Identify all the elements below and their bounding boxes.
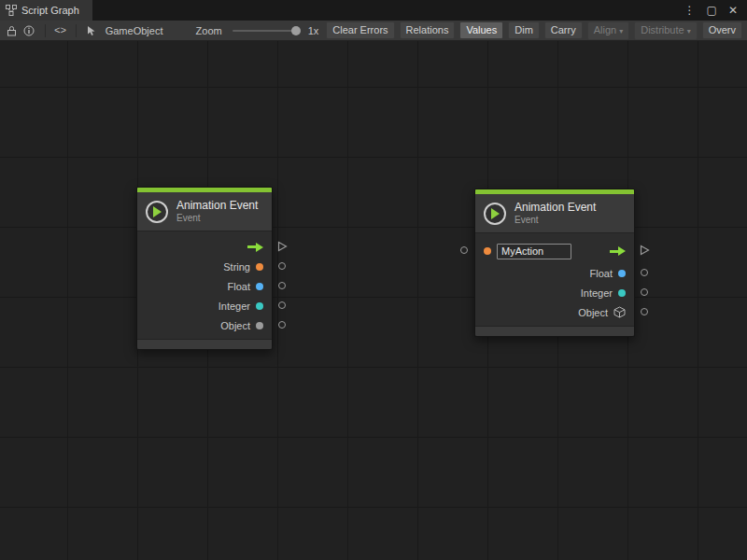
window-tab-bar: Script Graph ⋮ ▢ ✕ [0, 0, 747, 21]
flow-output-port[interactable] [640, 245, 650, 258]
port-label: Object [578, 307, 608, 318]
window-menu-button[interactable]: ⋮ [684, 5, 696, 16]
port-label: Float [590, 268, 613, 279]
code-icon[interactable]: <> [52, 25, 67, 36]
distribute-label: Distribute [641, 24, 684, 35]
zoom-slider[interactable] [233, 30, 298, 32]
integer-type-icon [256, 302, 263, 310]
gameobject-picker-icon[interactable] [83, 25, 98, 36]
toolbar-separator [76, 24, 77, 37]
node-header[interactable]: Animation Event Event [137, 192, 272, 231]
flow-arrow-icon [610, 246, 626, 256]
node-footer [475, 326, 634, 336]
align-label: Align [594, 24, 616, 35]
node-title: Animation Event [514, 201, 596, 214]
dim-button[interactable]: Dim [508, 21, 540, 39]
align-button[interactable]: Align▾ [587, 21, 629, 40]
port-label: Float [228, 281, 250, 292]
tab-title: Script Graph [21, 5, 79, 16]
object-output-port[interactable] [641, 308, 648, 315]
tab-script-graph[interactable]: Script Graph [0, 0, 92, 21]
float-type-icon [256, 283, 263, 290]
action-name-input[interactable] [497, 244, 571, 259]
values-button[interactable]: Values [459, 21, 503, 39]
object-type-icon [256, 322, 263, 329]
distribute-button[interactable]: Distribute▾ [634, 21, 697, 40]
float-output-port[interactable] [641, 269, 648, 276]
overview-button[interactable]: Overv [702, 21, 742, 39]
graph-icon [6, 5, 17, 16]
output-row-float: Float [137, 276, 272, 296]
relations-button[interactable]: Relations [400, 21, 456, 39]
node-footer [137, 339, 272, 349]
info-icon[interactable] [21, 25, 36, 36]
output-row-object: Object [475, 302, 634, 322]
integer-output-port[interactable] [278, 301, 286, 309]
output-row-float: Float [475, 263, 634, 283]
output-row-integer: Integer [137, 296, 272, 315]
toolbar-separator [45, 24, 46, 37]
node-animation-event-1[interactable]: Animation Event Event String Float [136, 187, 273, 350]
gameobject-label: GameObject [106, 25, 163, 36]
flow-arrow-icon [247, 243, 263, 252]
port-label: Integer [218, 301, 250, 312]
zoom-slider-knob[interactable] [291, 26, 301, 35]
lock-icon[interactable] [4, 25, 19, 36]
name-input-row [475, 239, 634, 263]
node-subtitle: Event [514, 215, 596, 226]
integer-type-icon [618, 289, 626, 297]
chevron-down-icon: ▾ [619, 27, 623, 35]
output-row-object: Object [137, 315, 272, 335]
string-type-icon [256, 263, 263, 271]
graph-canvas[interactable]: Animation Event Event String Float [0, 41, 747, 560]
zoom-label: Zoom [196, 25, 222, 36]
clear-errors-button[interactable]: Clear Errors [326, 21, 394, 39]
carry-button[interactable]: Carry [544, 21, 583, 39]
string-output-port[interactable] [278, 262, 286, 270]
node-subtitle: Event [176, 213, 258, 224]
port-label: String [223, 261, 250, 273]
chevron-down-icon: ▾ [687, 27, 691, 35]
flow-output-row [137, 237, 272, 257]
flow-output-port[interactable] [277, 241, 288, 254]
float-output-port[interactable] [278, 282, 286, 289]
event-play-icon [146, 201, 168, 223]
node-body: Float Integer Object [475, 233, 634, 326]
string-type-icon [484, 247, 491, 255]
name-input-port[interactable] [460, 246, 468, 254]
graph-toolbar: <> GameObject Zoom 1x Clear Errors Relat… [0, 21, 747, 41]
node-title: Animation Event [176, 199, 258, 212]
float-type-icon [618, 270, 626, 277]
output-row-string: String [137, 257, 272, 276]
port-label: Integer [581, 287, 613, 299]
object-output-port[interactable] [278, 321, 286, 329]
port-label: Object [220, 320, 250, 331]
window-close-button[interactable]: ✕ [728, 5, 738, 16]
node-animation-event-2[interactable]: Animation Event Event Float Integer [474, 189, 635, 337]
node-header[interactable]: Animation Event Event [475, 194, 634, 233]
window-maximize-button[interactable]: ▢ [707, 5, 717, 16]
event-play-icon [484, 203, 506, 225]
integer-output-port[interactable] [641, 288, 648, 296]
node-body: String Float Integer Object [137, 231, 272, 339]
zoom-value: 1x [308, 25, 319, 36]
cube-icon [613, 306, 626, 318]
output-row-integer: Integer [475, 283, 634, 302]
tab-bar-spacer [92, 0, 675, 21]
